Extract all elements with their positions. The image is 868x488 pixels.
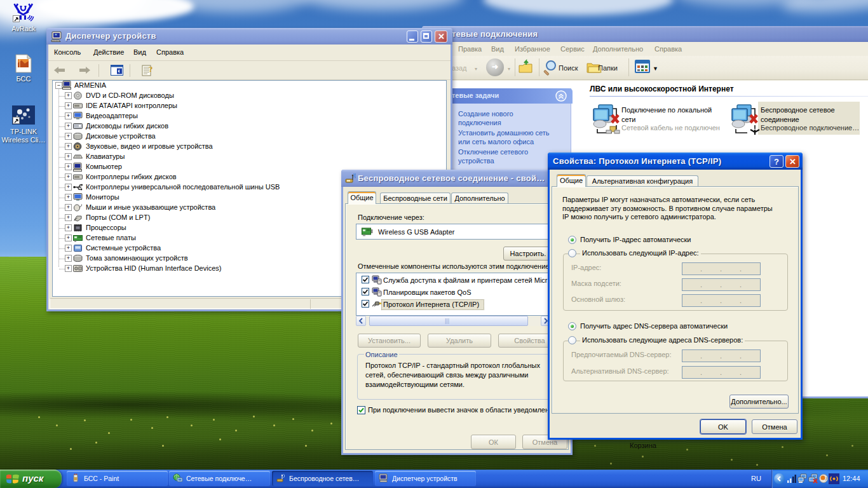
svg-text:?: ? — [149, 64, 153, 74]
